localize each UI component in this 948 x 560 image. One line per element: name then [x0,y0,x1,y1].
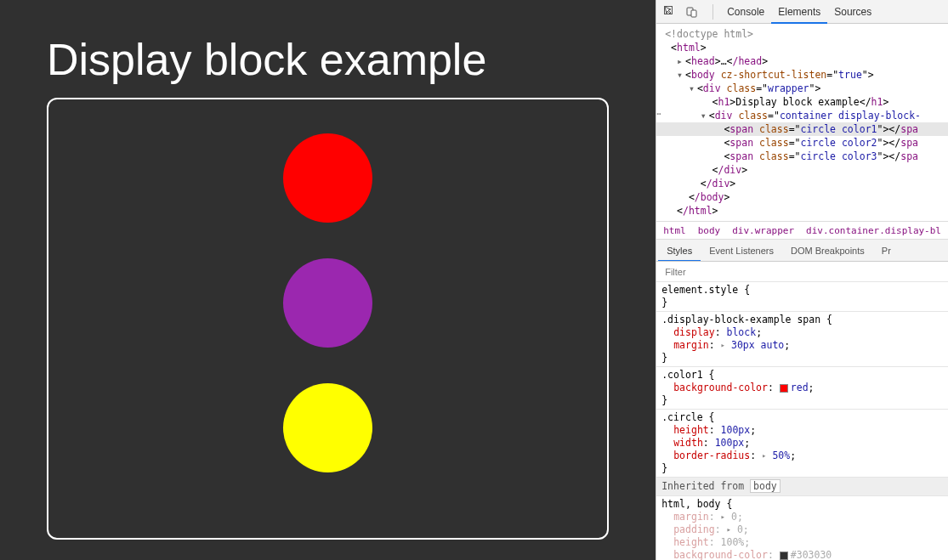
dom-doctype[interactable]: <!doctype html> [665,27,948,41]
dom-html-open[interactable]: <html> [665,41,948,54]
tab-sources[interactable]: Sources [827,0,878,24]
dom-tree[interactable]: ⋯ <!doctype html> <html> ▸<head>…</head>… [656,24,948,221]
inherited-from-bar: Inherited from body [656,478,948,496]
dom-body-open[interactable]: ▾<body cz-shortcut-listen="true"> [665,68,948,82]
styles-pane: element.style { } .display-block-example… [656,282,948,560]
breadcrumb-item[interactable]: div.wrapper [732,225,794,236]
toolbar-separator [712,4,713,20]
inspect-icon[interactable] [661,3,678,20]
color-swatch-icon[interactable] [780,384,788,393]
rule-html-body[interactable]: html, body { margin: ▸ 0; padding: ▸ 0; … [656,496,948,560]
dom-span2[interactable]: <span class="circle color2"></spa [665,136,948,150]
dom-h1[interactable]: <h1>Display block example</h1> [665,95,948,109]
dom-wrapper-close[interactable]: </div> [665,177,948,190]
example-container [47,98,609,540]
styles-tabs: Styles Event Listeners DOM Breakpoints P… [656,240,948,262]
page-title: Display block example [47,34,609,85]
dom-html-close[interactable]: </html> [665,204,948,218]
dom-body-close[interactable]: </body> [665,190,948,204]
devtools-toolbar: Console Elements Sources [656,0,948,24]
device-icon[interactable] [684,3,701,20]
dom-span1-selected[interactable]: <span class="circle color1"></spa [656,122,948,136]
tab-properties[interactable]: Pr [873,240,900,262]
tab-dom-breakpoints[interactable]: DOM Breakpoints [782,240,873,262]
dom-wrapper-open[interactable]: ▾<div class="wrapper"> [665,82,948,95]
tab-console[interactable]: Console [720,0,771,24]
dom-head[interactable]: ▸<head>…</head> [665,54,948,68]
gutter-ellipsis: ⋯ [656,107,661,121]
styles-filter-row [656,262,948,282]
circle-purple [283,258,372,348]
svg-rect-2 [691,10,696,17]
circle-red [283,133,372,223]
tab-elements[interactable]: Elements [771,0,827,24]
inherited-source[interactable]: body [750,479,781,493]
circle-yellow [283,383,372,472]
breadcrumb[interactable]: html body div.wrapper div.container.disp… [656,221,948,240]
rule-color1[interactable]: .color1 { background-color: red; } [656,367,948,410]
styles-filter-input[interactable] [663,266,941,278]
breadcrumb-item[interactable]: body [698,225,721,236]
dom-container-open[interactable]: ▾<div class="container display-block- [665,109,948,122]
dom-span3[interactable]: <span class="circle color3"></spa [665,150,948,163]
breadcrumb-item[interactable]: html [663,225,686,236]
devtools-panel: Console Elements Sources ⋯ <!doctype htm… [656,0,948,560]
page-viewport: Display block example [0,0,656,560]
rule-display-block-span[interactable]: .display-block-example span { display: b… [656,312,948,367]
tab-styles[interactable]: Styles [658,240,701,262]
color-swatch-icon[interactable] [780,552,788,560]
breadcrumb-item[interactable]: div.container.display-bl [806,225,941,236]
rule-circle[interactable]: .circle { height: 100px; width: 100px; b… [656,410,948,478]
tab-event-listeners[interactable]: Event Listeners [701,240,782,262]
app-root: Display block example Console Elements S… [0,0,948,560]
rule-element-style[interactable]: element.style { } [656,282,948,312]
dom-container-close[interactable]: </div> [665,163,948,177]
